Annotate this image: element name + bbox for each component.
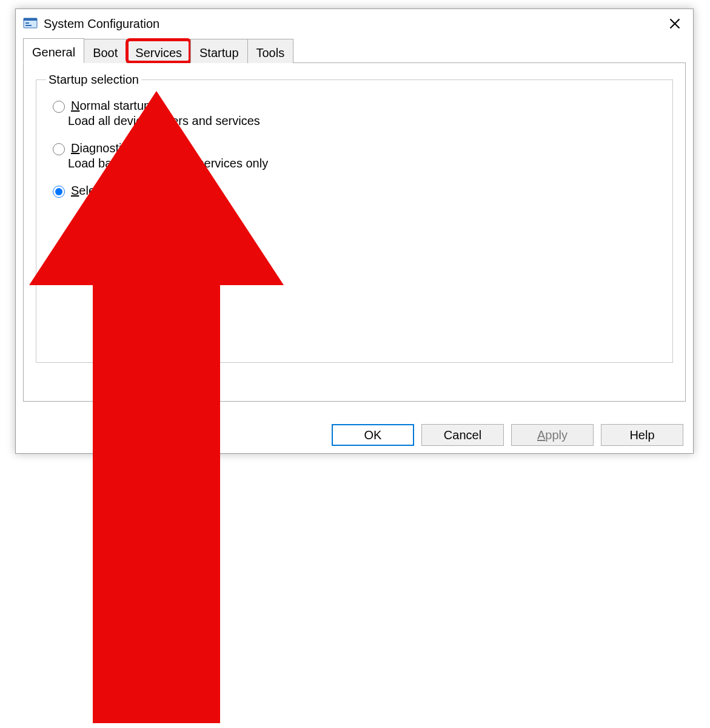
button-label: Apply: [537, 428, 568, 442]
radio-label: Diagnostic startup: [71, 141, 168, 155]
button-label: OK: [364, 428, 382, 442]
tab-general[interactable]: General: [23, 38, 84, 63]
help-button[interactable]: Help: [601, 424, 683, 446]
button-label: Cancel: [444, 428, 481, 442]
radio-input[interactable]: [53, 186, 65, 198]
tab-label: Tools: [256, 46, 285, 60]
tab-boot[interactable]: Boot: [84, 39, 127, 63]
system-configuration-dialog: System Configuration General Boot Servic…: [15, 8, 694, 454]
tab-label: Services: [135, 46, 182, 60]
tab-tools[interactable]: Tools: [247, 39, 294, 63]
radio-label: Selective startup: [71, 184, 161, 198]
tab-services[interactable]: Services: [126, 39, 191, 63]
tab-label: Startup: [199, 46, 238, 60]
normal-startup-description: Load all device drivers and services: [68, 114, 663, 128]
svg-rect-2: [25, 22, 29, 24]
tab-label: Boot: [93, 46, 118, 60]
cancel-button[interactable]: Cancel: [421, 424, 504, 446]
apply-button: Apply: [511, 424, 594, 446]
window-title: System Configuration: [44, 17, 661, 31]
titlebar: System Configuration: [16, 9, 693, 38]
tab-strip: General Boot Services Startup Tools: [23, 38, 686, 63]
button-label: Help: [629, 428, 654, 442]
radio-input[interactable]: [53, 143, 65, 155]
tabs-container: General Boot Services Startup Tools Star…: [16, 38, 693, 402]
svg-rect-3: [25, 25, 32, 26]
startup-selection-group: Startup selection Normal startup Load al…: [36, 73, 673, 363]
tab-label: General: [32, 46, 75, 59]
close-icon[interactable]: [661, 10, 688, 37]
radio-selective-startup[interactable]: Selective startup: [50, 184, 663, 198]
tab-content-general: Startup selection Normal startup Load al…: [23, 63, 686, 402]
diagnostic-startup-description: Load basic devices and services only: [68, 157, 663, 170]
dialog-button-row: OK Cancel Apply Help: [332, 424, 683, 446]
svg-rect-1: [24, 18, 37, 21]
ok-button[interactable]: OK: [332, 424, 414, 446]
radio-label: Normal startup: [71, 99, 150, 113]
text-fragment: figuration: [68, 262, 118, 275]
radio-input[interactable]: [53, 101, 65, 113]
tab-startup[interactable]: Startup: [190, 39, 247, 63]
radio-diagnostic-startup[interactable]: Diagnostic startup: [50, 141, 663, 155]
boot-configuration-checkbox-partial: figuration: [68, 262, 663, 276]
msconfig-icon: [23, 16, 38, 31]
radio-normal-startup[interactable]: Normal startup: [50, 99, 663, 113]
group-legend: Startup selection: [46, 73, 141, 87]
